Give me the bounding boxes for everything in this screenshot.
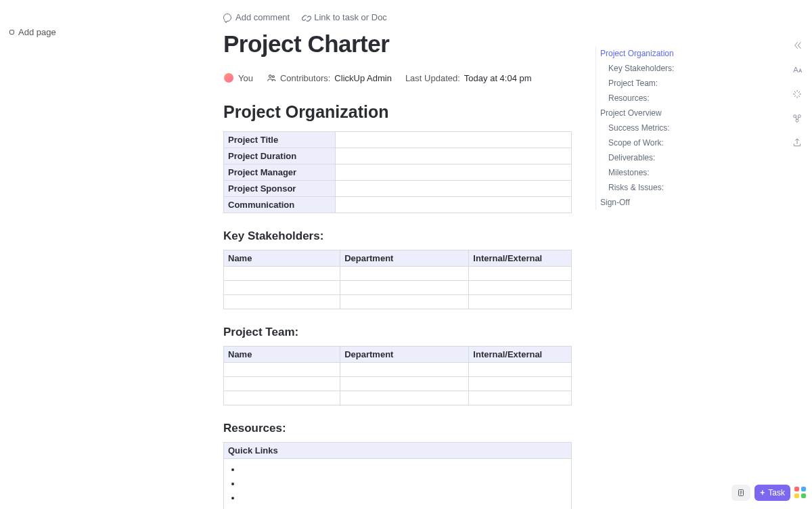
stakeholders-table[interactable]: Name Department Internal/External	[223, 250, 572, 309]
meta-row: You Contributors: ClickUp Admin Last Upd…	[223, 72, 572, 83]
table-row: Project Title	[224, 132, 572, 148]
bottom-actions: + Task	[731, 485, 807, 501]
subsection-heading-stakeholders[interactable]: Key Stakeholders:	[223, 229, 572, 243]
table-row	[224, 267, 572, 281]
col-department: Department	[340, 250, 469, 267]
table-row: Project Sponsor	[224, 181, 572, 197]
section-heading-organization[interactable]: Project Organization	[223, 102, 572, 122]
org-row-label[interactable]: Project Sponsor	[224, 181, 336, 197]
contributors-chip[interactable]: Contributors: ClickUp Admin	[267, 73, 392, 83]
org-row-value[interactable]	[336, 132, 572, 148]
add-page-button[interactable]: Add page	[9, 27, 56, 37]
org-row-value[interactable]	[336, 197, 572, 213]
resources-table[interactable]: Quick Links	[223, 442, 572, 459]
subsection-heading-resources[interactable]: Resources:	[223, 422, 572, 435]
table-row: Communication	[224, 197, 572, 213]
outline-item-success-metrics[interactable]: Success Metrics:	[600, 120, 677, 135]
add-comment-button[interactable]: Add comment	[223, 12, 290, 22]
organization-table[interactable]: Project Title Project Duration Project M…	[223, 131, 572, 213]
share-icon[interactable]	[791, 137, 803, 149]
org-row-label[interactable]: Project Title	[224, 132, 336, 148]
sparkle-icon[interactable]	[791, 88, 803, 100]
author-you-label: You	[238, 73, 253, 83]
document-outline: Project Organization Key Stakeholders: P…	[595, 46, 677, 210]
col-name: Name	[224, 347, 340, 363]
right-rail	[789, 39, 805, 149]
link-icon	[302, 14, 310, 22]
col-internal-external: Internal/External	[469, 347, 572, 363]
list-item[interactable]	[242, 479, 556, 493]
table-header-row: Name Department Internal/External	[224, 347, 572, 363]
new-task-button[interactable]: + Task	[754, 485, 790, 501]
outline-item-project-organization[interactable]: Project Organization	[600, 46, 677, 61]
outline-item-risks-issues[interactable]: Risks & Issues:	[600, 180, 677, 195]
document-main: Add comment Link to task or Doc Project …	[223, 12, 572, 509]
link-to-task-button[interactable]: Link to task or Doc	[302, 12, 387, 22]
avatar	[223, 72, 234, 83]
table-row: Project Manager	[224, 164, 572, 181]
table-row	[224, 391, 572, 405]
list-item[interactable]	[242, 464, 556, 479]
list-item[interactable]	[242, 493, 556, 507]
table-header-row: Quick Links	[224, 443, 572, 459]
table-header-row: Name Department Internal/External	[224, 250, 572, 267]
page-icon	[9, 30, 14, 35]
org-row-value[interactable]	[336, 181, 572, 197]
outline-item-milestones[interactable]: Milestones:	[600, 165, 677, 180]
page-title[interactable]: Project Charter	[223, 30, 572, 58]
col-quick-links: Quick Links	[224, 443, 572, 459]
typography-icon[interactable]	[791, 64, 803, 76]
table-row	[224, 363, 572, 377]
contributors-value: ClickUp Admin	[334, 73, 392, 83]
team-table[interactable]: Name Department Internal/External	[223, 346, 572, 405]
last-updated-value: Today at 4:04 pm	[464, 73, 532, 83]
outline-item-project-overview[interactable]: Project Overview	[600, 106, 677, 120]
quick-links-body[interactable]	[223, 459, 572, 509]
apps-icon[interactable]	[794, 487, 807, 499]
note-button[interactable]	[731, 485, 750, 501]
top-actions-bar: Add comment Link to task or Doc	[223, 12, 572, 22]
col-department: Department	[340, 347, 469, 363]
svg-point-4	[796, 119, 798, 122]
collapse-icon[interactable]	[791, 39, 803, 51]
org-row-label[interactable]: Project Manager	[224, 164, 336, 181]
comment-icon	[223, 14, 231, 22]
outline-item-sign-off[interactable]: Sign-Off	[600, 195, 677, 210]
svg-point-0	[269, 75, 271, 78]
table-row	[224, 295, 572, 309]
last-updated-label: Last Updated:	[405, 73, 460, 83]
outline-item-key-stakeholders[interactable]: Key Stakeholders:	[600, 61, 677, 76]
col-name: Name	[224, 250, 340, 267]
add-comment-label: Add comment	[235, 12, 290, 22]
plus-icon: +	[760, 488, 765, 497]
contributors-label: Contributors:	[280, 73, 330, 83]
outline-item-resources[interactable]: Resources:	[600, 91, 677, 106]
author-chip[interactable]: You	[223, 72, 253, 83]
org-row-label[interactable]: Project Duration	[224, 148, 336, 164]
table-row: Project Duration	[224, 148, 572, 164]
org-row-label[interactable]: Communication	[224, 197, 336, 213]
last-updated-chip: Last Updated: Today at 4:04 pm	[405, 73, 532, 83]
add-page-label: Add page	[18, 27, 56, 37]
table-row	[224, 281, 572, 295]
integrations-icon[interactable]	[791, 112, 803, 125]
people-icon	[267, 73, 276, 83]
outline-item-deliverables[interactable]: Deliverables:	[600, 150, 677, 165]
task-label: Task	[768, 488, 785, 497]
col-internal-external: Internal/External	[469, 250, 572, 267]
table-row	[224, 377, 572, 391]
subsection-heading-team[interactable]: Project Team:	[223, 326, 572, 339]
outline-item-project-team[interactable]: Project Team:	[600, 76, 677, 91]
org-row-value[interactable]	[336, 148, 572, 164]
svg-point-1	[272, 76, 274, 78]
outline-item-scope-of-work[interactable]: Scope of Work:	[600, 135, 677, 150]
link-to-task-label: Link to task or Doc	[314, 12, 387, 22]
org-row-value[interactable]	[336, 164, 572, 181]
